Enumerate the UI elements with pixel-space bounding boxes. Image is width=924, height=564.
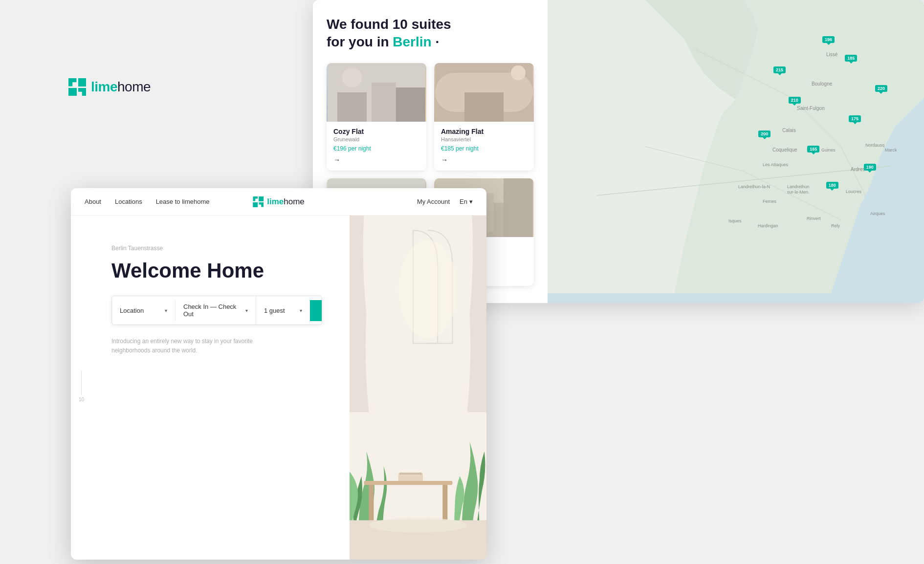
svg-text:Boulogne: Boulogne [812, 81, 833, 87]
svg-text:Landrethun: Landrethun [787, 184, 810, 189]
location-field-label: Location [120, 307, 144, 314]
hero-scene-svg [350, 216, 486, 560]
svg-point-3 [342, 68, 362, 87]
svg-text:Hardingan: Hardingan [758, 223, 778, 228]
map-pin-2[interactable]: 185 [845, 55, 857, 62]
map-pin-8[interactable]: 200 [758, 130, 770, 137]
nav-logo-lime: lime [267, 197, 284, 206]
scroll-indicator: 10 [79, 370, 84, 402]
svg-rect-1 [337, 92, 367, 122]
svg-text:Marck: Marck [885, 148, 897, 152]
search-bar: Location ▾ Check In — Check Out ▾ 1 gues… [111, 296, 322, 325]
map-panel[interactable]: Lissé Boulogne Saint-Fulgon Calais Coque… [548, 0, 924, 303]
map-pin-4[interactable]: 175 [849, 115, 861, 122]
checkin-field[interactable]: Check In — Check Out ▾ [176, 296, 256, 325]
svg-text:Les Attaques: Les Attaques [763, 162, 789, 167]
nav-lang-label: En [460, 198, 467, 205]
main-logo-area: limehome [68, 78, 151, 96]
nav-link-lease[interactable]: Lease to limehome [156, 198, 210, 205]
hero-title: Welcome Home [111, 260, 322, 282]
map-svg: Lissé Boulogne Saint-Fulgon Calais Coque… [548, 0, 924, 303]
guests-field-arrow: ▾ [300, 308, 302, 313]
hero-content: Berlin Tauenstrasse Welcome Home Locatio… [85, 216, 336, 356]
main-logo: limehome [68, 78, 151, 96]
checkin-field-label: Check In — Check Out [183, 303, 245, 318]
map-pin-6[interactable]: 165 [807, 146, 819, 152]
svg-rect-4 [396, 87, 425, 122]
logo-icon-cell-bl [68, 88, 77, 96]
nav-links: About Locations Lease to limehome [85, 198, 209, 205]
front-browser-window: About Locations Lease to limehome limeho… [71, 188, 486, 560]
map-pin-10[interactable]: 180 [826, 182, 838, 189]
property-card-2-name: Amazing Flat [441, 128, 527, 135]
property-card-1-arrow[interactable]: → [333, 156, 419, 164]
map-pin-7[interactable]: 190 [864, 164, 876, 171]
property-card-1-image [327, 63, 426, 122]
hero-description: Introducing an entirely new way to stay … [111, 337, 287, 355]
svg-rect-7 [464, 92, 504, 122]
svg-text:Nordausq: Nordausq [865, 143, 884, 148]
hero-right [350, 216, 486, 560]
svg-rect-14 [504, 178, 533, 237]
svg-text:Isques: Isques [728, 218, 742, 223]
property-card-2-body: Amazing Flat Hansaviertel €185 per night… [434, 122, 534, 171]
guests-field-label: 1 guest [264, 307, 285, 314]
results-city-prefix: for you in [327, 34, 389, 49]
nav-lang-arrow: ▾ [469, 198, 473, 205]
svg-text:Landrethun-la-N: Landrethun-la-N [738, 184, 770, 189]
svg-text:Rely: Rely [831, 223, 840, 228]
nav-right: My Account En ▾ [417, 198, 473, 205]
scroll-line [81, 370, 82, 395]
nav-account[interactable]: My Account [417, 198, 450, 205]
scroll-number: 10 [79, 397, 84, 402]
hero-left: 10 Berlin Tauenstrasse Welcome Home Loca… [71, 216, 350, 560]
property-image-svg-1 [327, 63, 426, 122]
logo-text: limehome [91, 79, 151, 95]
nav-link-locations[interactable]: Locations [115, 198, 142, 205]
svg-point-38 [398, 240, 458, 338]
map-pin-1[interactable]: 196 [822, 36, 835, 43]
nav-logo-icon [253, 196, 264, 207]
svg-text:Saint-Fulgon: Saint-Fulgon [797, 106, 825, 111]
guests-field[interactable]: 1 guest ▾ [256, 300, 310, 321]
property-card-1[interactable]: Cozy Flat Grunewald €196 per night → [327, 63, 426, 171]
property-card-2-neighborhood: Hansaviertel [441, 136, 527, 142]
checkin-field-arrow: ▾ [245, 308, 248, 313]
svg-text:Guines: Guines [821, 148, 836, 152]
nav-link-about[interactable]: About [85, 198, 101, 205]
navigation-bar: About Locations Lease to limehome limeho… [71, 188, 486, 216]
svg-text:Calais: Calais [782, 128, 796, 133]
property-card-1-name: Cozy Flat [333, 128, 419, 135]
svg-rect-2 [372, 83, 396, 122]
map-pin-3[interactable]: 210 [789, 97, 801, 104]
svg-point-45 [369, 518, 467, 533]
svg-rect-42 [398, 474, 423, 481]
nav-logo-icon-tr [259, 196, 264, 201]
map-pin-5[interactable]: 220 [875, 85, 887, 92]
property-image-svg-2 [434, 63, 534, 122]
search-button[interactable]: Search Suite [310, 300, 322, 321]
nav-logo-icon-br [259, 202, 264, 207]
property-card-2[interactable]: Amazing Flat Hansaviertel €185 per night… [434, 63, 534, 171]
location-field[interactable]: Location ▾ [112, 300, 176, 321]
nav-language[interactable]: En ▾ [460, 198, 473, 205]
property-card-2-arrow[interactable]: → [441, 156, 527, 164]
logo-icon [68, 78, 86, 96]
results-count-text: We found 10 suites [327, 17, 451, 32]
logo-icon-cell-tl [68, 78, 77, 87]
svg-point-8 [511, 65, 526, 80]
svg-text:Ardres: Ardres [851, 167, 865, 172]
svg-text:Fernes: Fernes [763, 199, 777, 204]
svg-text:Coquelique: Coquelique [772, 147, 797, 152]
property-card-2-price: €185 per night [441, 145, 527, 152]
location-field-arrow: ▾ [165, 308, 167, 313]
svg-text:Airques: Airques [870, 211, 885, 216]
map-pin-9[interactable]: 215 [773, 66, 786, 73]
svg-rect-40 [369, 485, 374, 524]
logo-home: home [117, 79, 151, 94]
logo-lime: lime [91, 79, 117, 94]
svg-text:Lissé: Lissé [826, 52, 838, 57]
results-city: Berlin [393, 34, 431, 49]
property-card-1-body: Cozy Flat Grunewald €196 per night → [327, 122, 426, 171]
hero-section: 10 Berlin Tauenstrasse Welcome Home Loca… [71, 216, 486, 560]
